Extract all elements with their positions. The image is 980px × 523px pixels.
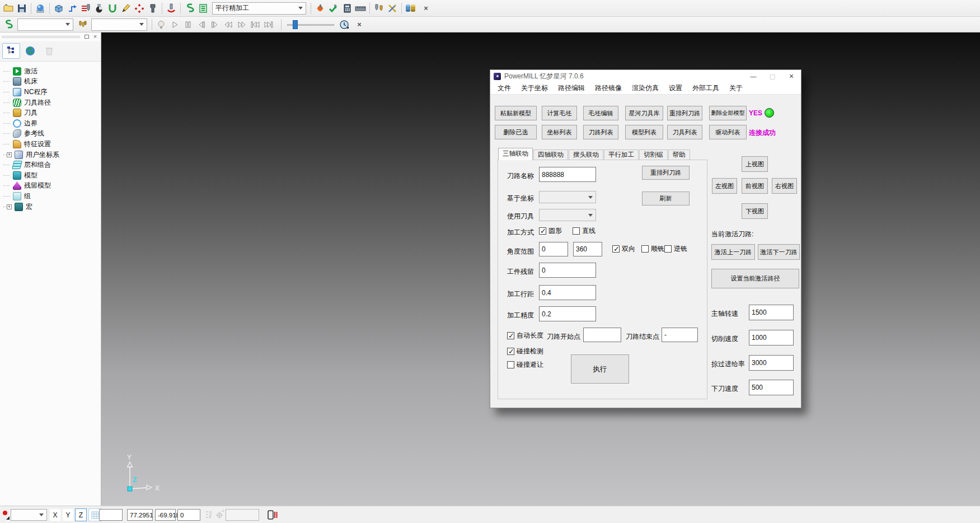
line-checkbox[interactable]: 直线 [573, 226, 595, 236]
spindle-speed-input[interactable] [749, 305, 794, 320]
tree-item-group[interactable]: 组 [3, 191, 101, 202]
collision-arc-icon[interactable] [165, 2, 178, 15]
tree-item-pattern[interactable]: 参考线 [3, 129, 101, 139]
tab-3axis[interactable]: 三轴联动 [498, 148, 533, 160]
tree-item-levels[interactable]: 层和组合 [3, 160, 101, 170]
statusbar-dropdown[interactable] [11, 509, 47, 521]
polyline-arrow-icon[interactable] [65, 2, 79, 15]
pencil-icon[interactable] [119, 2, 133, 15]
tree-item-feature-set[interactable]: 特征设置 [3, 139, 101, 150]
step-forward-icon[interactable] [208, 18, 222, 31]
bottom-view-button[interactable]: 下视图 [742, 203, 768, 219]
execute-button[interactable]: 执行 [571, 354, 629, 384]
menu-file[interactable]: 文件 [493, 82, 516, 94]
expand-icon[interactable]: + [7, 152, 12, 157]
tool-library-button[interactable]: 星河刀具库 [625, 106, 663, 120]
axis-x-button[interactable]: X [49, 508, 61, 521]
menu-render-sim[interactable]: 渲染仿真 [627, 82, 664, 94]
plunge-feed-input[interactable] [749, 380, 794, 395]
tree-item-activate[interactable]: 激活 [3, 66, 101, 77]
angle-from-input[interactable] [539, 242, 568, 256]
set-active-path-button[interactable]: 设置当前激活路径 [711, 269, 799, 288]
panel-float-icon[interactable] [83, 33, 91, 40]
skip-to-start-icon[interactable] [248, 18, 262, 31]
pause-icon[interactable] [181, 18, 195, 31]
clock-icon[interactable] [337, 18, 351, 31]
toolpath-list-button[interactable]: 刀路列表 [583, 125, 618, 139]
slider-handle[interactable] [293, 20, 298, 29]
refresh-button[interactable]: 刷新 [642, 192, 690, 206]
angle-to-input[interactable] [573, 242, 602, 256]
strategy-list-icon[interactable] [196, 2, 210, 15]
climb-checkbox[interactable]: 顺铣 [641, 244, 664, 254]
right-view-button[interactable]: 右视图 [772, 178, 797, 194]
tool-pair-icon[interactable] [372, 2, 386, 15]
block-cube-icon[interactable] [52, 2, 65, 15]
tool-select-dropdown[interactable] [91, 18, 147, 31]
fast-forward-icon[interactable] [235, 18, 248, 31]
clamp-u-icon[interactable] [106, 2, 119, 15]
tool-holder-icon[interactable] [146, 2, 160, 15]
menu-about[interactable]: 关于 [724, 82, 748, 94]
auto-length-checkbox[interactable]: 自动长度 [507, 331, 543, 340]
points-diamond-icon[interactable] [133, 2, 146, 15]
menu-path-mirror[interactable]: 路径镜像 [590, 82, 627, 94]
cutting-feed-input[interactable] [749, 330, 794, 345]
toolpath-spring-icon[interactable] [183, 2, 196, 15]
tab-swivel-head[interactable]: 摆头联动 [569, 150, 603, 160]
activate-next-toolpath-button[interactable]: 激活下一刀路 [758, 244, 800, 260]
feed-rate-icon[interactable] [79, 2, 92, 15]
activate-prev-toolpath-button[interactable]: 激活上一刀路 [711, 244, 755, 260]
menu-coords[interactable]: 关于坐标 [516, 82, 553, 94]
model-list-button[interactable]: 模型列表 [625, 125, 663, 139]
cross-arrows-icon[interactable] [386, 2, 399, 15]
collision-detect-checkbox[interactable]: 碰撞检测 [507, 347, 543, 356]
step-back-icon[interactable] [195, 18, 208, 31]
snap-value-field[interactable] [99, 509, 123, 521]
tree-item-macro[interactable]: +宏 [3, 202, 101, 212]
start-point-input[interactable] [583, 328, 621, 342]
minimize-icon[interactable]: — [744, 70, 763, 82]
calc-stock-button[interactable]: 计算毛坯 [542, 106, 577, 120]
tab-help[interactable]: 帮助 [668, 150, 690, 160]
simulation-speed-slider[interactable] [287, 20, 334, 30]
coord-y-field[interactable]: -69.918 [155, 509, 176, 521]
rapid-feed-input[interactable] [749, 355, 794, 371]
panel-close-icon[interactable]: × [91, 33, 99, 40]
globe-tab[interactable] [21, 43, 39, 59]
expand-icon[interactable]: + [7, 204, 12, 209]
tree-item-tool[interactable]: 刀具 [3, 108, 101, 118]
axis-y-button[interactable]: Y [62, 508, 74, 521]
coord-list-button[interactable]: 坐标列表 [542, 125, 577, 139]
delete-all-models-button[interactable]: 删除全部模型 [709, 106, 747, 120]
tolerance-input[interactable] [539, 306, 596, 321]
simulation-door-icon[interactable] [267, 510, 278, 522]
coord-x-field[interactable]: 77.2951 [127, 509, 153, 521]
bidirectional-checkbox[interactable]: 双向 [612, 244, 635, 254]
rewind-icon[interactable] [222, 18, 235, 31]
ball-tool-icon[interactable] [92, 2, 106, 15]
sphere-print-icon[interactable] [34, 2, 47, 15]
skip-to-end-icon[interactable] [262, 18, 275, 31]
paste-new-model-button[interactable]: 粘贴新模型 [495, 106, 537, 120]
toolpath-select-dropdown[interactable] [17, 18, 73, 31]
dialog-titlebar[interactable]: PowerMILL 忆梦星河 7.0.6 — ▢ × [490, 70, 801, 82]
toolpath-name-input[interactable] [539, 167, 596, 182]
tool-list-button[interactable]: 刀具列表 [667, 125, 702, 139]
tree-item-stock-model[interactable]: 残留模型 [3, 181, 101, 192]
left-view-button[interactable]: 左视图 [712, 178, 737, 194]
calculator-icon[interactable] [340, 2, 354, 15]
save-icon[interactable] [15, 2, 29, 15]
collision-avoid-checkbox[interactable]: 碰撞避让 [507, 360, 543, 370]
tree-item-ucs[interactable]: +用户坐标系 [3, 150, 101, 160]
end-point-input[interactable] [662, 328, 698, 342]
stepover-input[interactable] [539, 285, 596, 300]
tree-view-tab[interactable] [2, 43, 20, 59]
tool-dropdown[interactable] [539, 209, 596, 221]
tree-item-boundary[interactable]: 边界 [3, 118, 101, 129]
tab-saw[interactable]: 切割锯 [639, 150, 668, 160]
folder-open-icon[interactable] [2, 2, 15, 15]
close-icon[interactable]: × [782, 70, 801, 82]
tab-4axis[interactable]: 四轴联动 [533, 150, 568, 160]
tree-item-machine[interactable]: 机床 [3, 77, 101, 87]
